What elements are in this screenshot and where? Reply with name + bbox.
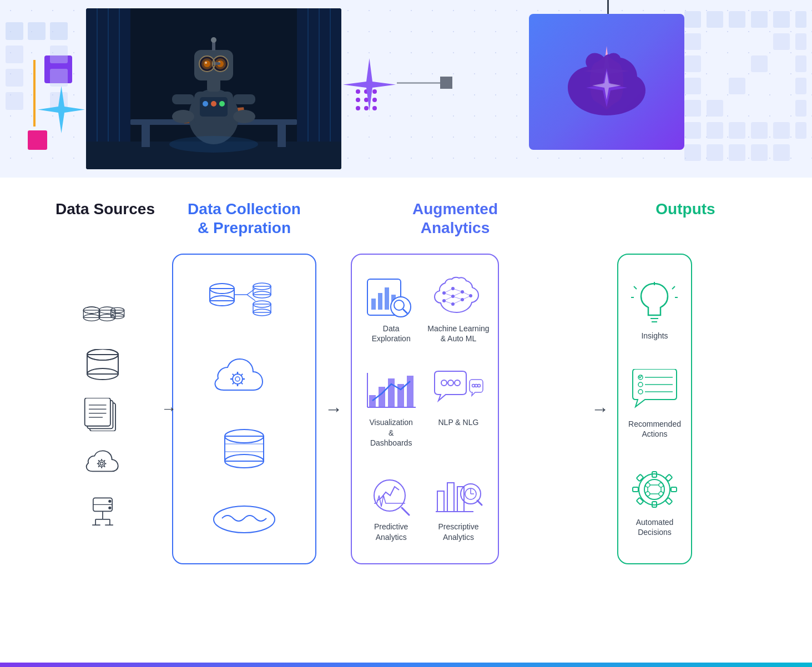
svg-line-181 bbox=[462, 292, 471, 296]
svg-line-147 bbox=[233, 373, 234, 375]
prescriptive-analytics-icon bbox=[432, 474, 485, 516]
data-exploration-icon bbox=[365, 276, 417, 318]
svg-point-44 bbox=[211, 37, 216, 43]
visualization-cell: Visualization&Dashboards bbox=[360, 370, 422, 448]
data-stream-icon bbox=[208, 503, 280, 536]
svg-point-195 bbox=[478, 385, 481, 387]
svg-line-117 bbox=[104, 461, 105, 462]
data-sources-section: → bbox=[39, 289, 167, 529]
svg-line-148 bbox=[241, 382, 243, 384]
svg-rect-226 bbox=[633, 487, 638, 492]
svg-line-176 bbox=[444, 301, 453, 304]
svg-rect-82 bbox=[795, 122, 806, 139]
svg-rect-60 bbox=[707, 11, 723, 28]
svg-line-213 bbox=[672, 286, 675, 289]
main-diagram: Data Sources Data Collection& Prepration… bbox=[0, 178, 812, 598]
svg-point-38 bbox=[205, 62, 207, 64]
svg-rect-6 bbox=[50, 69, 68, 87]
svg-rect-45 bbox=[172, 94, 194, 104]
database-network-cell bbox=[205, 282, 283, 324]
svg-rect-130 bbox=[210, 289, 234, 301]
prescriptive-analytics-label: PrescriptiveAnalytics bbox=[438, 522, 478, 542]
nlp-nlg-cell: NLP & NLG bbox=[427, 370, 489, 448]
svg-point-220 bbox=[638, 390, 643, 394]
arrow-to-augmented: → bbox=[325, 399, 342, 420]
cloud-settings-icon bbox=[80, 447, 125, 480]
top-banner bbox=[0, 0, 812, 178]
recommended-actions-icon bbox=[628, 369, 681, 413]
svg-point-191 bbox=[448, 380, 453, 386]
svg-point-218 bbox=[638, 382, 643, 387]
svg-point-29 bbox=[219, 101, 225, 107]
svg-rect-185 bbox=[388, 378, 395, 407]
svg-rect-227 bbox=[671, 487, 677, 492]
svg-line-134 bbox=[247, 295, 255, 301]
prescriptive-analytics-cell: PrescriptiveAnalytics bbox=[427, 474, 489, 542]
machine-learning-icon bbox=[432, 276, 485, 318]
cloud-process-cell bbox=[208, 354, 280, 398]
outputs-box: Insights bbox=[617, 254, 692, 564]
automated-decisions-cell: AutomatedDecisions bbox=[628, 467, 681, 537]
svg-point-48 bbox=[233, 110, 255, 123]
svg-rect-62 bbox=[751, 11, 768, 28]
svg-rect-26 bbox=[200, 97, 228, 117]
svg-rect-1 bbox=[28, 22, 46, 40]
svg-line-150 bbox=[233, 382, 234, 384]
svg-point-27 bbox=[203, 101, 208, 107]
arrow-to-collection: → bbox=[161, 400, 176, 418]
svg-rect-183 bbox=[369, 395, 376, 407]
svg-rect-99 bbox=[87, 355, 118, 374]
nlp-nlg-icon bbox=[432, 370, 485, 412]
visualization-label: Visualization&Dashboards bbox=[369, 417, 412, 448]
svg-rect-5 bbox=[6, 69, 23, 87]
svg-line-207 bbox=[477, 501, 482, 505]
svg-rect-63 bbox=[773, 11, 790, 28]
logo-box bbox=[529, 14, 684, 150]
svg-rect-0 bbox=[6, 22, 23, 40]
svg-rect-160 bbox=[385, 287, 389, 310]
server-icon bbox=[80, 496, 125, 529]
svg-rect-61 bbox=[729, 11, 745, 28]
predictive-analytics-cell: PredictiveAnalytics bbox=[360, 474, 422, 542]
svg-rect-78 bbox=[707, 122, 723, 139]
svg-point-36 bbox=[204, 60, 210, 67]
svg-rect-199 bbox=[437, 491, 444, 512]
multi-database-cell bbox=[80, 300, 125, 333]
grid-squares-right bbox=[684, 11, 806, 169]
svg-line-178 bbox=[453, 292, 462, 296]
svg-rect-71 bbox=[684, 78, 701, 94]
svg-point-110 bbox=[100, 462, 103, 466]
svg-point-232 bbox=[645, 483, 650, 487]
automated-decisions-label: AutomatedDecisions bbox=[636, 517, 674, 537]
single-database-cell bbox=[80, 349, 125, 382]
flow-row: → bbox=[33, 254, 779, 564]
nlp-nlg-label: NLP & NLG bbox=[438, 417, 479, 427]
svg-line-173 bbox=[444, 289, 453, 293]
svg-rect-77 bbox=[684, 122, 701, 139]
blue-sparkle-decoration bbox=[38, 86, 85, 135]
svg-line-174 bbox=[444, 293, 453, 296]
insights-label: Insights bbox=[641, 331, 668, 341]
bottom-gradient-bar bbox=[0, 663, 812, 667]
svg-rect-70 bbox=[795, 55, 806, 72]
svg-line-180 bbox=[453, 300, 462, 304]
documents-cell bbox=[80, 398, 125, 431]
documents-icon bbox=[80, 398, 125, 431]
recommended-actions-cell: RecommendedActions bbox=[628, 369, 681, 439]
svg-rect-80 bbox=[751, 122, 768, 139]
arrow-to-outputs: → bbox=[591, 399, 609, 420]
svg-line-179 bbox=[453, 296, 462, 300]
svg-point-142 bbox=[235, 377, 240, 381]
data-stream-cell bbox=[208, 503, 280, 536]
svg-rect-59 bbox=[684, 11, 701, 28]
machine-learning-cell: Machine Learning& Auto ML bbox=[427, 276, 489, 343]
svg-rect-66 bbox=[773, 33, 790, 50]
svg-rect-46 bbox=[233, 94, 255, 104]
svg-point-109 bbox=[99, 461, 105, 467]
svg-rect-83 bbox=[684, 144, 701, 161]
svg-rect-21 bbox=[278, 125, 286, 147]
purple-sparkle-center bbox=[343, 58, 396, 113]
column-headers: Data Sources Data Collection& Prepration… bbox=[33, 200, 779, 237]
insights-icon bbox=[631, 281, 678, 325]
svg-rect-2 bbox=[50, 22, 68, 40]
